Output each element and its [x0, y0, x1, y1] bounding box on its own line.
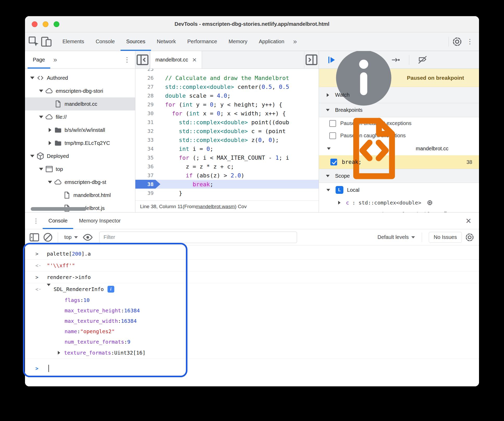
console-row-prop[interactable]: max_texture_width: 16384 [25, 316, 479, 326]
chevron-down-icon[interactable] [46, 181, 54, 183]
code-line-32[interactable]: 32 std::complex<double> c = (point [135, 127, 319, 135]
tab-elements[interactable]: Elements [57, 32, 90, 51]
chevron-right-icon[interactable] [336, 201, 343, 205]
chevron-down-icon[interactable] [29, 155, 36, 157]
code-line-34[interactable]: 34 int i = 0; [135, 144, 319, 153]
code-line-31[interactable]: 31 std::complex<double> point((doub [135, 118, 319, 127]
console-row-objhead[interactable]: <·SDL_RendererInfoi [25, 283, 479, 295]
clear-console-icon[interactable] [42, 232, 54, 243]
close-tab-icon[interactable]: × [192, 56, 197, 64]
console-messages[interactable]: >palette[200].a<·"'\\xff'">renderer->inf… [25, 245, 479, 386]
deactivate-breakpoints-icon[interactable] [418, 55, 427, 65]
chevron-down-icon[interactable] [37, 116, 45, 118]
drawer-kebab-icon[interactable]: ⋮ [29, 217, 43, 225]
device-toolbar-icon[interactable] [40, 35, 53, 48]
maximize-window-button[interactable] [54, 21, 59, 27]
console-sidebar-icon[interactable] [29, 232, 40, 243]
settings-gear-icon[interactable] [451, 35, 463, 48]
tab-console[interactable]: Console [43, 213, 73, 229]
breakpoint-file-group[interactable]: mandelbrot.cc [319, 142, 479, 155]
code-line-37[interactable]: 37 if (abs(z) > 2.0) [135, 171, 319, 180]
line-number[interactable]: 36 [135, 162, 160, 171]
code-editor[interactable]: 2526// Calculate and draw the Mandelbrot… [135, 69, 319, 200]
console-row-input[interactable]: >renderer->info [25, 271, 479, 283]
line-number[interactable]: 30 [135, 109, 160, 118]
line-number[interactable]: 25 [135, 69, 160, 73]
line-number[interactable]: 35 [135, 153, 160, 162]
kebab-menu-icon[interactable]: ⋮ [463, 38, 476, 46]
console-filter-input[interactable] [99, 232, 297, 243]
line-number[interactable]: 27 [135, 82, 160, 91]
tree-item-mandelbrot-cc[interactable]: mandelbrot.cc [25, 97, 135, 110]
inspect-icon[interactable] [28, 35, 40, 48]
tree-item-authored[interactable]: Authored [25, 71, 135, 84]
console-row-prop[interactable]: name: "opengles2" [25, 326, 479, 337]
code-line-29[interactable]: 29for (int y = 0; y < height; y++) { [135, 100, 319, 109]
chevron-right-icon[interactable] [56, 351, 62, 355]
code-line-28[interactable]: 28double scale = 4.0; [135, 91, 319, 100]
scope-variable-center[interactable]: center: std::complex<double> [319, 208, 479, 212]
console-row-output[interactable]: <·"'\\xff'" [25, 260, 479, 271]
more-panels-icon[interactable]: » [290, 38, 300, 46]
code-line-30[interactable]: 30 for (int x = 0; x < width; x++) { [135, 109, 319, 118]
code-line-39[interactable]: 39 } [135, 189, 319, 197]
pause-caught-checkbox[interactable] [329, 132, 336, 139]
tab-memory[interactable]: Memory [223, 32, 253, 51]
tree-item-emscripten-dbg-st[interactable]: emscripten-dbg-st [25, 176, 135, 189]
line-number[interactable]: 29 [135, 100, 160, 109]
show-debugger-icon[interactable] [304, 51, 319, 69]
navigator-kebab-icon[interactable]: ⋮ [121, 56, 135, 64]
tree-item-deployed[interactable]: Deployed [25, 150, 135, 163]
tab-console[interactable]: Console [90, 32, 120, 51]
tab-application[interactable]: Application [253, 32, 290, 51]
console-row-prop[interactable]: flags: 10 [25, 295, 479, 305]
tree-item-b-s-w-ir-x-w-install[interactable]: b/s/w/ir/x/w/install [25, 123, 135, 137]
js-context-selector[interactable]: top [62, 234, 80, 240]
tab-memory-inspector[interactable]: Memory Inspector [73, 213, 126, 229]
line-number[interactable]: 32 [135, 127, 160, 135]
chevron-right-icon[interactable] [46, 128, 54, 132]
log-levels-dropdown[interactable]: Default levels [377, 234, 415, 240]
scope-variable-c[interactable]: c: std::complex<double> [319, 197, 479, 208]
line-number[interactable]: 31 [135, 118, 160, 127]
line-number[interactable]: 34 [135, 144, 160, 153]
line-number[interactable]: 26 [135, 73, 160, 82]
line-number[interactable]: 39 [135, 189, 160, 197]
memory-inspector-icon[interactable] [426, 199, 433, 206]
console-row-prop[interactable]: num_texture_formats: 9 [25, 337, 479, 347]
editor-tab[interactable]: mandelbrot.cc × [150, 51, 202, 69]
line-number[interactable]: 28 [135, 91, 160, 100]
pause-uncaught-checkbox[interactable] [329, 120, 336, 127]
chevron-right-icon[interactable] [46, 141, 54, 145]
tree-item-mandelbrot-html[interactable]: mandelbrot.html [25, 189, 135, 202]
execution-line-marker[interactable]: 38 [135, 180, 160, 189]
code-line-36[interactable]: 36 z = z * z + c; [135, 162, 319, 171]
code-line-38[interactable]: 38 break; [135, 180, 319, 189]
chevron-down-icon[interactable] [47, 286, 51, 292]
tab-page[interactable]: Page [28, 51, 50, 69]
issues-counter[interactable]: No Issues [429, 232, 462, 243]
wasm-source-link[interactable]: mandelbrot.wasm [196, 204, 235, 209]
console-prompt[interactable]: > [25, 362, 479, 374]
code-line-26[interactable]: 26// Calculate and draw the Mandelbrot [135, 73, 319, 82]
tab-network[interactable]: Network [151, 32, 181, 51]
line-number[interactable]: 37 [135, 171, 160, 180]
tab-performance[interactable]: Performance [182, 32, 223, 51]
console-row-input[interactable]: >palette[200].a [25, 248, 479, 260]
evaluated-info-badge[interactable]: i [108, 286, 114, 293]
horizontal-scrollbar[interactable] [31, 207, 86, 211]
close-window-button[interactable] [32, 21, 37, 27]
tree-item-file-[interactable]: file:// [25, 110, 135, 123]
live-expression-eye-icon[interactable] [82, 232, 93, 243]
chevron-down-icon[interactable] [37, 90, 45, 92]
tab-sources[interactable]: Sources [121, 32, 151, 51]
code-line-35[interactable]: 35 for (; i < MAX_ITER_COUNT - 1; i [135, 153, 319, 162]
code-line-33[interactable]: 33 std::complex<double> z(0, 0); [135, 135, 319, 144]
chevron-down-icon[interactable] [29, 77, 36, 79]
chevron-down-icon[interactable] [37, 168, 45, 170]
close-drawer-icon[interactable]: × [466, 216, 475, 226]
tree-item-top[interactable]: top [25, 163, 135, 176]
breakpoint-checkbox[interactable] [330, 159, 337, 165]
code-line-25[interactable]: 25 [135, 69, 319, 73]
tree-item-emscripten-dbg-stori[interactable]: emscripten-dbg-stori [25, 84, 135, 97]
